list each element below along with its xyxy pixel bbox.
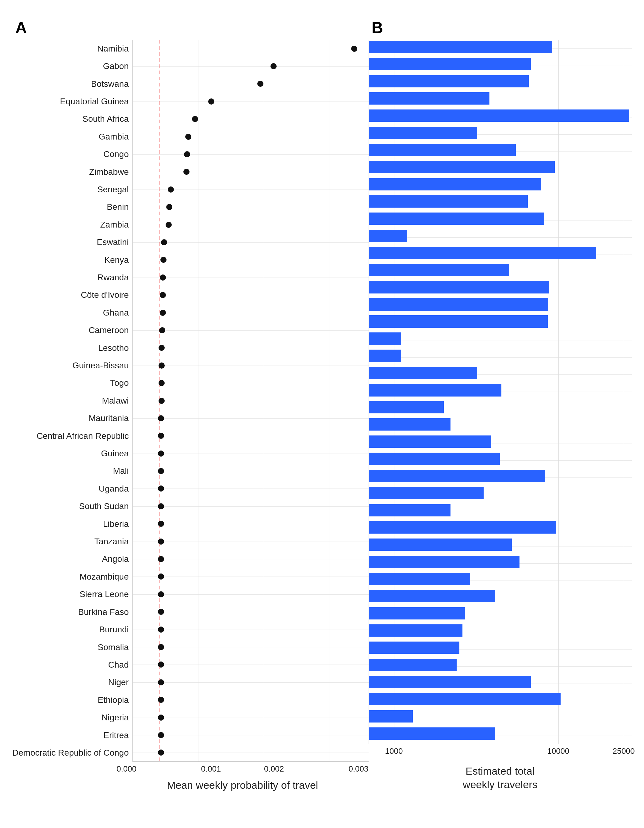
dot-31 [158, 591, 164, 597]
dot-23 [158, 450, 164, 456]
dot-12 [160, 257, 166, 263]
h-grid-6 [133, 154, 368, 155]
y-label-2: Botswana [12, 80, 129, 88]
bar-25 [369, 470, 545, 482]
x-label-a-2: 0.002 [243, 764, 306, 774]
h-grid-17 [133, 348, 368, 348]
h-grid-28 [133, 541, 368, 542]
y-label-26: South Sudan [12, 502, 129, 511]
h-grid-40 [133, 753, 368, 753]
bar-7 [369, 161, 555, 173]
y-label-8: Senegal [12, 185, 129, 194]
panel-a-plot [133, 40, 368, 762]
y-label-21: Mauritania [12, 414, 129, 423]
h-grid-13 [133, 278, 368, 278]
panel-b-label: B [368, 19, 632, 37]
dot-5 [185, 134, 191, 140]
dot-39 [158, 732, 164, 738]
y-label-1: Gabon [12, 62, 129, 71]
main-container: A NamibiaGabonBotswanaEquatorial GuineaS… [0, 0, 644, 828]
bar-10 [369, 213, 544, 225]
bar-21 [369, 401, 444, 413]
dot-18 [158, 362, 165, 369]
bar-15 [369, 298, 548, 310]
bar-24 [369, 453, 500, 465]
bar-35 [369, 641, 460, 654]
v-grid-0.002 [264, 40, 264, 761]
bar-30 [369, 556, 520, 568]
dot-0 [351, 46, 357, 52]
dot-8 [168, 187, 174, 193]
y-label-39: Eritrea [12, 731, 129, 740]
h-grid-5 [133, 137, 368, 137]
y-label-0: Namibia [12, 44, 129, 53]
bar-5 [369, 127, 477, 139]
h-grid-36 [133, 682, 368, 683]
panel-b-x-title: Estimated total weekly travelers [368, 764, 632, 791]
b-h-grid-17 [369, 340, 632, 340]
dot-1 [271, 63, 277, 69]
h-grid-21 [133, 418, 368, 419]
dot-9 [166, 204, 172, 210]
h-grid-30 [133, 577, 368, 577]
dot-11 [161, 239, 167, 245]
y-label-40: Democratic Republic of Congo [12, 748, 129, 757]
bar-2 [369, 75, 529, 88]
bar-39 [369, 710, 413, 723]
y-label-3: Equatorial Guinea [12, 97, 129, 106]
v-grid-0.003 [329, 40, 329, 761]
y-label-36: Niger [12, 678, 129, 687]
h-grid-18 [133, 365, 368, 366]
bar-9 [369, 195, 528, 208]
x-label-b-10000: 10000 [547, 746, 569, 756]
h-grid-37 [133, 700, 368, 700]
dot-20 [158, 398, 165, 404]
bar-40 [369, 728, 495, 740]
y-label-4: South Africa [12, 115, 129, 123]
y-label-9: Benin [12, 203, 129, 211]
bar-38 [369, 693, 561, 705]
dot-40 [158, 750, 164, 756]
dot-35 [158, 662, 164, 668]
x-label-b-25000: 25000 [613, 746, 635, 756]
dot-25 [158, 485, 164, 492]
h-grid-19 [133, 383, 368, 383]
dot-7 [183, 169, 190, 175]
bar-37 [369, 676, 531, 688]
bar-18 [369, 350, 401, 362]
dot-34 [158, 644, 164, 650]
h-grid-1 [133, 66, 368, 67]
h-grid-23 [133, 453, 368, 454]
bar-33 [369, 607, 465, 619]
dot-33 [158, 627, 164, 633]
b-h-grid-18 [369, 357, 632, 358]
x-label-a-1: 0.001 [179, 764, 242, 774]
y-label-30: Mozambique [12, 572, 129, 581]
h-grid-12 [133, 260, 368, 260]
y-label-5: Gambia [12, 132, 129, 141]
y-label-17: Lesotho [12, 344, 129, 352]
h-grid-32 [133, 612, 368, 612]
dot-2 [257, 81, 263, 87]
h-grid-22 [133, 436, 368, 436]
dot-19 [158, 380, 165, 386]
panel-a-label: A [12, 19, 368, 37]
panel-b-plot [368, 40, 632, 744]
bar-3 [369, 92, 489, 105]
y-label-25: Uganda [12, 485, 129, 493]
y-label-16: Cameroon [12, 326, 129, 334]
bar-20 [369, 384, 502, 396]
v-grid-0 [133, 40, 133, 761]
y-label-23: Guinea [12, 449, 129, 458]
bar-36 [369, 659, 457, 671]
dot-17 [158, 345, 165, 351]
panel-a-x-axis-labels: 0.0000.0010.0020.003 [12, 764, 368, 774]
y-label-34: Somalia [12, 643, 129, 652]
dot-4 [192, 116, 198, 122]
h-grid-2 [133, 84, 368, 84]
y-label-27: Liberia [12, 520, 129, 528]
h-grid-15 [133, 313, 368, 313]
bar-17 [369, 332, 401, 345]
y-label-24: Mali [12, 467, 129, 475]
dot-10 [166, 222, 172, 228]
